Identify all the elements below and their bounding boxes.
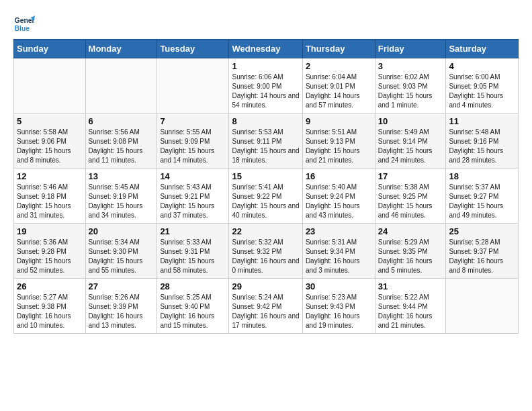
header-friday: Friday [375, 40, 446, 58]
calendar-cell: 5Sunrise: 5:58 AM Sunset: 9:06 PM Daylig… [14, 113, 86, 169]
calendar-cell: 14Sunrise: 5:43 AM Sunset: 9:21 PM Dayli… [157, 169, 229, 224]
calendar-cell: 13Sunrise: 5:45 AM Sunset: 9:19 PM Dayli… [85, 169, 157, 224]
header-wednesday: Wednesday [229, 40, 302, 58]
day-info: Sunrise: 5:41 AM Sunset: 9:22 PM Dayligh… [232, 183, 299, 220]
day-number: 2 [306, 61, 372, 71]
calendar-cell: 2Sunrise: 6:04 AM Sunset: 9:01 PM Daylig… [302, 58, 375, 113]
header-tuesday: Tuesday [157, 40, 229, 58]
day-info: Sunrise: 5:48 AM Sunset: 9:16 PM Dayligh… [449, 128, 515, 165]
calendar-table: SundayMondayTuesdayWednesdayThursdayFrid… [13, 39, 519, 334]
calendar-cell: 16Sunrise: 5:40 AM Sunset: 9:24 PM Dayli… [302, 169, 375, 224]
day-info: Sunrise: 5:28 AM Sunset: 9:37 PM Dayligh… [449, 238, 515, 275]
day-number: 14 [160, 171, 226, 181]
day-number: 22 [232, 226, 299, 236]
calendar-cell: 17Sunrise: 5:38 AM Sunset: 9:25 PM Dayli… [375, 169, 446, 224]
calendar-cell [157, 58, 229, 113]
calendar-cell: 28Sunrise: 5:25 AM Sunset: 9:40 PM Dayli… [157, 279, 229, 334]
day-info: Sunrise: 5:49 AM Sunset: 9:14 PM Dayligh… [378, 128, 443, 165]
header-monday: Monday [85, 40, 157, 58]
calendar-cell: 25Sunrise: 5:28 AM Sunset: 9:37 PM Dayli… [446, 224, 519, 279]
calendar-cell: 30Sunrise: 5:23 AM Sunset: 9:43 PM Dayli… [302, 279, 375, 334]
calendar-cell: 19Sunrise: 5:36 AM Sunset: 9:28 PM Dayli… [14, 224, 86, 279]
day-info: Sunrise: 5:40 AM Sunset: 9:24 PM Dayligh… [306, 183, 372, 220]
calendar-week-row: 5Sunrise: 5:58 AM Sunset: 9:06 PM Daylig… [14, 113, 519, 169]
day-number: 21 [160, 226, 226, 236]
logo-icon: General Blue [13, 13, 35, 35]
day-number: 12 [17, 171, 83, 181]
day-number: 31 [378, 281, 443, 291]
day-number: 3 [378, 61, 443, 71]
day-number: 5 [17, 116, 83, 126]
day-number: 10 [378, 116, 443, 126]
day-info: Sunrise: 5:27 AM Sunset: 9:38 PM Dayligh… [17, 293, 83, 330]
day-number: 17 [378, 171, 443, 181]
day-number: 8 [232, 116, 299, 126]
calendar-cell: 9Sunrise: 5:51 AM Sunset: 9:13 PM Daylig… [302, 113, 375, 169]
day-info: Sunrise: 5:55 AM Sunset: 9:09 PM Dayligh… [160, 128, 226, 165]
calendar-cell: 18Sunrise: 5:37 AM Sunset: 9:27 PM Dayli… [446, 169, 519, 224]
day-number: 1 [232, 61, 299, 71]
day-number: 15 [232, 171, 299, 181]
page-header: General Blue [13, 13, 519, 35]
day-info: Sunrise: 5:25 AM Sunset: 9:40 PM Dayligh… [160, 293, 226, 330]
calendar-cell: 22Sunrise: 5:32 AM Sunset: 9:32 PM Dayli… [229, 224, 302, 279]
day-info: Sunrise: 5:24 AM Sunset: 9:42 PM Dayligh… [232, 293, 299, 330]
day-number: 16 [306, 171, 372, 181]
day-number: 13 [89, 171, 154, 181]
day-info: Sunrise: 5:32 AM Sunset: 9:32 PM Dayligh… [232, 238, 299, 275]
calendar-cell: 15Sunrise: 5:41 AM Sunset: 9:22 PM Dayli… [229, 169, 302, 224]
day-info: Sunrise: 5:37 AM Sunset: 9:27 PM Dayligh… [449, 183, 515, 220]
header-saturday: Saturday [446, 40, 519, 58]
header-thursday: Thursday [302, 40, 375, 58]
logo: General Blue [13, 13, 38, 35]
calendar-cell: 12Sunrise: 5:46 AM Sunset: 9:18 PM Dayli… [14, 169, 86, 224]
day-info: Sunrise: 5:29 AM Sunset: 9:35 PM Dayligh… [378, 238, 443, 275]
calendar-cell: 8Sunrise: 5:53 AM Sunset: 9:11 PM Daylig… [229, 113, 302, 169]
calendar-week-row: 26Sunrise: 5:27 AM Sunset: 9:38 PM Dayli… [14, 279, 519, 334]
calendar-week-row: 19Sunrise: 5:36 AM Sunset: 9:28 PM Dayli… [14, 224, 519, 279]
calendar-cell: 7Sunrise: 5:55 AM Sunset: 9:09 PM Daylig… [157, 113, 229, 169]
calendar-cell: 31Sunrise: 5:22 AM Sunset: 9:44 PM Dayli… [375, 279, 446, 334]
calendar-cell [85, 58, 157, 113]
calendar-cell: 4Sunrise: 6:00 AM Sunset: 9:05 PM Daylig… [446, 58, 519, 113]
calendar-cell: 20Sunrise: 5:34 AM Sunset: 9:30 PM Dayli… [85, 224, 157, 279]
day-info: Sunrise: 5:33 AM Sunset: 9:31 PM Dayligh… [160, 238, 226, 275]
day-info: Sunrise: 5:34 AM Sunset: 9:30 PM Dayligh… [89, 238, 154, 275]
day-info: Sunrise: 6:02 AM Sunset: 9:03 PM Dayligh… [378, 73, 443, 110]
day-info: Sunrise: 5:45 AM Sunset: 9:19 PM Dayligh… [89, 183, 154, 220]
day-number: 26 [17, 281, 83, 291]
svg-text:Blue: Blue [15, 25, 30, 32]
day-info: Sunrise: 6:06 AM Sunset: 9:00 PM Dayligh… [232, 73, 299, 110]
day-number: 11 [449, 116, 515, 126]
day-number: 25 [449, 226, 515, 236]
day-info: Sunrise: 5:26 AM Sunset: 9:39 PM Dayligh… [89, 293, 154, 330]
calendar-cell: 21Sunrise: 5:33 AM Sunset: 9:31 PM Dayli… [157, 224, 229, 279]
day-info: Sunrise: 6:00 AM Sunset: 9:05 PM Dayligh… [449, 73, 515, 110]
day-number: 9 [306, 116, 372, 126]
calendar-cell: 6Sunrise: 5:56 AM Sunset: 9:08 PM Daylig… [85, 113, 157, 169]
day-info: Sunrise: 5:53 AM Sunset: 9:11 PM Dayligh… [232, 128, 299, 165]
day-number: 4 [449, 61, 515, 71]
day-info: Sunrise: 5:43 AM Sunset: 9:21 PM Dayligh… [160, 183, 226, 220]
calendar-cell: 10Sunrise: 5:49 AM Sunset: 9:14 PM Dayli… [375, 113, 446, 169]
day-info: Sunrise: 5:23 AM Sunset: 9:43 PM Dayligh… [306, 293, 372, 330]
calendar-cell: 1Sunrise: 6:06 AM Sunset: 9:00 PM Daylig… [229, 58, 302, 113]
day-info: Sunrise: 5:38 AM Sunset: 9:25 PM Dayligh… [378, 183, 443, 220]
calendar-cell [14, 58, 86, 113]
day-info: Sunrise: 5:31 AM Sunset: 9:34 PM Dayligh… [306, 238, 372, 275]
day-info: Sunrise: 5:46 AM Sunset: 9:18 PM Dayligh… [17, 183, 83, 220]
day-info: Sunrise: 6:04 AM Sunset: 9:01 PM Dayligh… [306, 73, 372, 110]
calendar-cell: 24Sunrise: 5:29 AM Sunset: 9:35 PM Dayli… [375, 224, 446, 279]
calendar-cell: 3Sunrise: 6:02 AM Sunset: 9:03 PM Daylig… [375, 58, 446, 113]
calendar-header-row: SundayMondayTuesdayWednesdayThursdayFrid… [14, 40, 519, 58]
calendar-week-row: 12Sunrise: 5:46 AM Sunset: 9:18 PM Dayli… [14, 169, 519, 224]
day-number: 20 [89, 226, 154, 236]
day-info: Sunrise: 5:56 AM Sunset: 9:08 PM Dayligh… [89, 128, 154, 165]
day-number: 28 [160, 281, 226, 291]
day-number: 30 [306, 281, 372, 291]
day-number: 18 [449, 171, 515, 181]
day-number: 29 [232, 281, 299, 291]
calendar-cell: 26Sunrise: 5:27 AM Sunset: 9:38 PM Dayli… [14, 279, 86, 334]
header-sunday: Sunday [14, 40, 86, 58]
day-number: 6 [89, 116, 154, 126]
